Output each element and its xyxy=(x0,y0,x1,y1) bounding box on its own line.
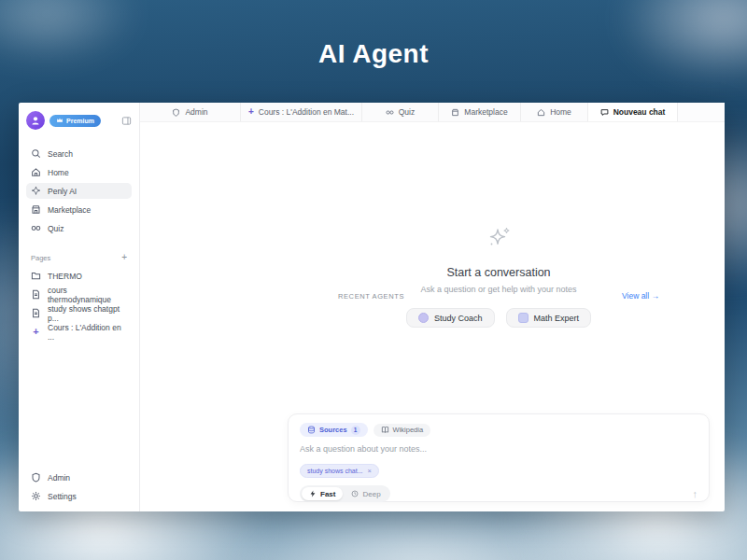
page-item-cours-addition[interactable]: + Cours : L'Addition en ... xyxy=(26,325,132,339)
add-page-button[interactable]: + xyxy=(121,253,127,262)
avatar[interactable] xyxy=(26,111,45,130)
sidebar-item-admin[interactable]: Admin xyxy=(26,469,132,485)
page-item-label: Cours : L'Addition en ... xyxy=(48,323,127,342)
mode-fast-label: Fast xyxy=(320,490,335,498)
gear-icon xyxy=(31,491,41,501)
plus-icon: + xyxy=(31,327,41,337)
send-button[interactable]: ↑ xyxy=(693,489,698,499)
empty-state: Start a conversation Ask a question or g… xyxy=(288,225,710,294)
context-tag[interactable]: study shows chat... × xyxy=(300,464,379,478)
empty-state-title: Start a conversation xyxy=(288,266,710,279)
mode-deep-label: Deep xyxy=(362,490,380,498)
agent-study-coach[interactable]: Study Coach xyxy=(406,308,495,328)
tab-marketplace[interactable]: Marketplace xyxy=(439,103,521,121)
page-item-label: study shows chatgpt p... xyxy=(48,304,127,323)
sparkle-large-icon xyxy=(485,225,513,253)
sources-label: Sources xyxy=(319,426,347,434)
arrow-up-icon: ↑ xyxy=(693,488,698,499)
page-title: AI Agent xyxy=(0,39,747,69)
sidebar: Premium Search Home Penly AI Marketplace xyxy=(19,103,140,511)
sidebar-item-label: Quiz xyxy=(48,224,63,233)
document-icon xyxy=(31,308,41,318)
composer-bottom-row: Fast Deep ↑ xyxy=(300,485,698,502)
tab-label: Nouveau chat xyxy=(613,107,666,117)
page-item-label: THERMO xyxy=(48,272,82,281)
shield-icon xyxy=(172,108,180,117)
mode-deep[interactable]: Deep xyxy=(344,487,388,500)
panel-collapse-icon xyxy=(121,116,132,126)
shield-icon xyxy=(31,472,41,483)
collapse-sidebar-button[interactable] xyxy=(121,116,132,126)
sidebar-item-label: Home xyxy=(48,168,69,177)
tab-cours-addition[interactable]: + Cours : L'Addition en Mat... xyxy=(241,103,362,121)
home-icon xyxy=(31,167,41,177)
tab-label: Quiz xyxy=(399,107,415,117)
sidebar-item-label: Marketplace xyxy=(48,205,91,215)
recent-agents-label: RECENT AGENTS xyxy=(338,292,404,301)
tab-bar-filler xyxy=(678,103,725,121)
page-item-study-shows-chatgpt[interactable]: study shows chatgpt p... xyxy=(26,306,132,320)
sidebar-item-home[interactable]: Home xyxy=(26,164,132,180)
crown-icon xyxy=(56,117,63,124)
page-item-thermo[interactable]: THERMO xyxy=(26,269,132,283)
sidebar-nav: Search Home Penly AI Marketplace Quiz xyxy=(26,146,132,236)
quiz-icon xyxy=(31,223,41,233)
sparkle-icon xyxy=(31,186,41,196)
sidebar-item-penly-ai[interactable]: Penly AI xyxy=(26,183,132,199)
database-icon xyxy=(307,426,316,434)
sidebar-item-marketplace[interactable]: Marketplace xyxy=(26,202,132,217)
view-all-link[interactable]: View all → xyxy=(622,291,659,301)
home-icon xyxy=(537,108,545,117)
clock-icon xyxy=(351,490,359,497)
sidebar-item-quiz[interactable]: Quiz xyxy=(26,220,132,236)
marketplace-icon xyxy=(451,108,459,117)
composer-toolbar: Sources 1 Wikipedia xyxy=(300,423,698,437)
agent-label: Study Coach xyxy=(434,314,483,323)
message-input[interactable] xyxy=(300,444,698,454)
close-icon[interactable]: × xyxy=(368,467,372,475)
app-window: Premium Search Home Penly AI Marketplace xyxy=(19,103,725,511)
context-tag-label: study shows chat... xyxy=(307,468,363,474)
sidebar-header: Premium xyxy=(26,110,132,131)
tab-admin[interactable]: Admin xyxy=(140,103,241,121)
search-icon xyxy=(31,148,41,159)
book-icon xyxy=(381,426,389,434)
chat-content: Start a conversation Ask a question or g… xyxy=(140,122,725,511)
agents-list: Study Coach Math Expert xyxy=(288,308,710,328)
chat-icon xyxy=(600,108,609,117)
tab-nouveau-chat[interactable]: Nouveau chat xyxy=(588,103,678,121)
tab-bar: Admin + Cours : L'Addition en Mat... Qui… xyxy=(140,103,725,122)
agent-label: Math Expert xyxy=(534,314,580,323)
sidebar-item-label: Admin xyxy=(48,473,70,483)
sources-count-badge: 1 xyxy=(351,426,360,435)
tab-label: Admin xyxy=(185,107,207,117)
marketplace-icon xyxy=(31,204,41,215)
sidebar-item-label: Search xyxy=(48,149,73,159)
tab-label: Marketplace xyxy=(464,107,507,117)
mode-toggle: Fast Deep xyxy=(300,485,390,502)
sources-button[interactable]: Sources 1 xyxy=(300,423,368,437)
sidebar-item-settings[interactable]: Settings xyxy=(26,488,132,504)
agent-math-expert[interactable]: Math Expert xyxy=(506,308,592,328)
sidebar-item-label: Penly AI xyxy=(48,187,77,196)
wikipedia-label: Wikipedia xyxy=(393,426,424,434)
tab-quiz[interactable]: Quiz xyxy=(362,103,439,121)
main-area: Admin + Cours : L'Addition en Mat... Qui… xyxy=(140,103,725,511)
quiz-icon xyxy=(386,108,394,117)
mode-fast[interactable]: Fast xyxy=(302,487,343,500)
premium-badge[interactable]: Premium xyxy=(49,115,101,127)
tab-home[interactable]: Home xyxy=(521,103,588,121)
sidebar-item-search[interactable]: Search xyxy=(26,146,132,161)
composer: Sources 1 Wikipedia study shows chat... … xyxy=(288,413,710,502)
plus-icon: + xyxy=(248,107,254,117)
premium-label: Premium xyxy=(66,118,94,124)
folder-icon xyxy=(31,271,41,281)
recent-agents-row: RECENT AGENTS View all → xyxy=(288,291,710,301)
math-expert-icon xyxy=(518,313,529,323)
wikipedia-button[interactable]: Wikipedia xyxy=(374,424,431,437)
page-item-cours-thermodynamique[interactable]: cours thermodynamique xyxy=(26,287,132,301)
pages-header-label: Pages xyxy=(31,254,50,262)
pages-list: THERMO cours thermodynamique study shows… xyxy=(26,269,132,339)
document-icon xyxy=(31,289,41,300)
user-icon xyxy=(30,115,41,126)
